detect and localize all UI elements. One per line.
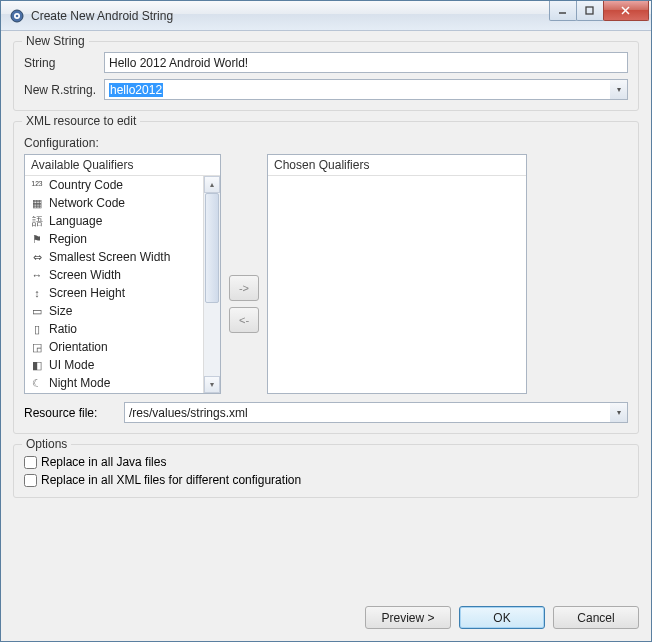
sw-icon: ⇔ xyxy=(29,250,45,264)
window-title: Create New Android String xyxy=(31,9,550,23)
available-list-body[interactable]: ¹²³Country Code▦Network Code語Language⚑Re… xyxy=(25,176,203,393)
chosen-qualifiers-list[interactable]: Chosen Qualifiers xyxy=(267,154,527,394)
titlebar[interactable]: Create New Android String xyxy=(1,1,651,31)
vh-icon: ↕ xyxy=(29,286,45,300)
preview-button[interactable]: Preview > xyxy=(365,606,451,629)
grid-icon: ▦ xyxy=(29,196,45,210)
window-controls xyxy=(550,1,649,21)
label-rstring: New R.string. xyxy=(24,83,104,97)
list-item[interactable]: ☾Night Mode xyxy=(25,374,203,392)
list-item-label: Screen Height xyxy=(49,286,125,300)
ratio-icon: ▯ xyxy=(29,322,45,336)
size-icon: ▭ xyxy=(29,304,45,318)
label-string: String xyxy=(24,56,104,70)
list-item-label: Network Code xyxy=(49,196,125,210)
chevron-down-icon[interactable]: ▾ xyxy=(610,79,628,100)
close-button[interactable] xyxy=(603,1,649,21)
checkbox-replace-xml[interactable] xyxy=(24,474,37,487)
list-item[interactable]: ▦Network Code xyxy=(25,194,203,212)
list-item-label: Ratio xyxy=(49,322,77,336)
list-item-label: Smallest Screen Width xyxy=(49,250,170,264)
list-item[interactable]: ▯Ratio xyxy=(25,320,203,338)
resource-file-input[interactable]: /res/values/strings.xml xyxy=(124,402,610,423)
scroll-up-icon[interactable]: ▴ xyxy=(204,176,220,193)
dialog-window: Create New Android String New String Str… xyxy=(0,0,652,642)
group-title-xml: XML resource to edit xyxy=(22,114,140,128)
scroll-thumb[interactable] xyxy=(205,193,219,303)
available-qualifiers-list[interactable]: Available Qualifiers ¹²³Country Code▦Net… xyxy=(24,154,221,394)
chosen-list-body[interactable] xyxy=(268,176,526,393)
list-item[interactable]: ↔Screen Width xyxy=(25,266,203,284)
svg-point-2 xyxy=(16,14,19,17)
label-replace-xml: Replace in all XML files for different c… xyxy=(41,473,301,487)
svg-rect-4 xyxy=(586,7,593,14)
orient-icon: ◲ xyxy=(29,340,45,354)
cancel-button[interactable]: Cancel xyxy=(553,606,639,629)
remove-qualifier-button[interactable]: <- xyxy=(229,307,259,333)
available-header: Available Qualifiers xyxy=(25,155,220,176)
minimize-button[interactable] xyxy=(549,1,577,21)
list-item-label: Screen Width xyxy=(49,268,121,282)
list-item-label: Night Mode xyxy=(49,376,110,390)
checkbox-replace-java[interactable] xyxy=(24,456,37,469)
group-new-string: New String String New R.string. hello201… xyxy=(13,41,639,111)
label-replace-java: Replace in all Java files xyxy=(41,455,166,469)
scrollbar[interactable]: ▴ ▾ xyxy=(203,176,220,393)
list-item[interactable]: ⚑Region xyxy=(25,230,203,248)
list-item[interactable]: ⇔Smallest Screen Width xyxy=(25,248,203,266)
qualifier-area: Available Qualifiers ¹²³Country Code▦Net… xyxy=(24,154,628,394)
list-item-label: Size xyxy=(49,304,72,318)
list-item-label: Country Code xyxy=(49,178,123,192)
ok-button[interactable]: OK xyxy=(459,606,545,629)
rstring-value: hello2012 xyxy=(109,83,163,97)
resource-file-value: /res/values/strings.xml xyxy=(129,406,248,420)
group-title-new-string: New String xyxy=(22,34,89,48)
maximize-button[interactable] xyxy=(576,1,604,21)
list-item[interactable]: ◧UI Mode xyxy=(25,356,203,374)
list-item-label: Region xyxy=(49,232,87,246)
chosen-header: Chosen Qualifiers xyxy=(268,155,526,176)
list-item-label: Orientation xyxy=(49,340,108,354)
night-icon: ☾ xyxy=(29,376,45,390)
rstring-combo[interactable]: hello2012 ▾ xyxy=(104,79,628,100)
list-item-label: Language xyxy=(49,214,102,228)
move-buttons: -> <- xyxy=(229,154,259,394)
chevron-down-icon[interactable]: ▾ xyxy=(610,402,628,423)
hw-icon: ↔ xyxy=(29,268,45,282)
group-options: Options Replace in all Java files Replac… xyxy=(13,444,639,498)
group-title-options: Options xyxy=(22,437,71,451)
scroll-down-icon[interactable]: ▾ xyxy=(204,376,220,393)
list-item[interactable]: ▭Size xyxy=(25,302,203,320)
label-configuration: Configuration: xyxy=(24,136,628,150)
list-item-label: UI Mode xyxy=(49,358,94,372)
list-item[interactable]: ◲Orientation xyxy=(25,338,203,356)
string-input[interactable] xyxy=(104,52,628,73)
resource-file-combo[interactable]: /res/values/strings.xml ▾ xyxy=(124,402,628,423)
button-bar: Preview > OK Cancel xyxy=(13,596,639,629)
label-resource-file: Resource file: xyxy=(24,406,124,420)
list-item[interactable]: ¹²³Country Code xyxy=(25,176,203,194)
scroll-track[interactable] xyxy=(204,193,220,376)
123-icon: ¹²³ xyxy=(29,178,45,192)
app-icon xyxy=(9,8,25,24)
rstring-input[interactable]: hello2012 xyxy=(104,79,610,100)
dialog-content: New String String New R.string. hello201… xyxy=(1,31,651,641)
add-qualifier-button[interactable]: -> xyxy=(229,275,259,301)
list-item[interactable]: ↕Screen Height xyxy=(25,284,203,302)
ui-icon: ◧ xyxy=(29,358,45,372)
flag-icon: ⚑ xyxy=(29,232,45,246)
group-xml-resource: XML resource to edit Configuration: Avai… xyxy=(13,121,639,434)
lang-icon: 語 xyxy=(29,214,45,228)
list-item[interactable]: 語Language xyxy=(25,212,203,230)
